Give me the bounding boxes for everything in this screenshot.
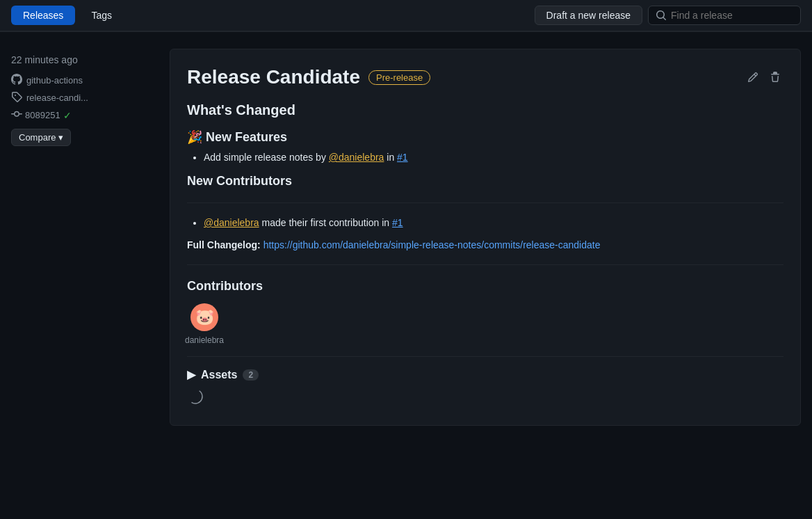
whats-changed-heading: What's Changed [187, 102, 783, 118]
find-release-search[interactable] [648, 6, 801, 25]
assets-count-badge: 2 [243, 369, 259, 381]
pre-release-badge: Pre-release [368, 70, 430, 85]
tab-tags[interactable]: Tags [79, 6, 124, 25]
feature-text-before: Add simple release notes by [204, 152, 329, 163]
full-changelog-row: Full Changelog: https://github.com/danie… [187, 239, 783, 250]
release-card: Release Candidate Pre-release What's Cha… [170, 49, 801, 426]
commit-hash-value: 8089251 [25, 110, 60, 120]
tag-item: release-candi... [11, 91, 164, 104]
divider-contributors [187, 202, 783, 203]
compare-button[interactable]: Compare ▾ [11, 129, 71, 146]
tab-releases[interactable]: Releases [11, 6, 75, 25]
contributor-text: made their first contribution in [259, 217, 392, 228]
pr-link-1-feature[interactable]: #1 [397, 152, 408, 163]
trash-icon [770, 72, 781, 83]
assets-chevron-icon: ▶ [187, 368, 195, 381]
draft-release-button[interactable]: Draft a new release [535, 6, 642, 25]
new-features-list: Add simple release notes by @danielebra … [204, 152, 783, 163]
contributor-avatar-container: 🐷 danielebra [187, 303, 222, 345]
release-title: Release Candidate [187, 66, 360, 88]
feature-text-middle: in [384, 152, 397, 163]
tag-icon [11, 91, 22, 104]
top-navigation-bar: Releases Tags Draft a new release [0, 0, 812, 31]
avatar-emoji: 🐷 [195, 308, 214, 326]
commit-icon [11, 109, 22, 122]
delete-release-button[interactable] [767, 69, 783, 86]
list-item: @danielebra made their first contributio… [204, 217, 783, 228]
new-contributors-list: @danielebra made their first contributio… [204, 217, 783, 228]
commit-hash-row: 8089251 ✓ [11, 109, 164, 122]
assets-section: ▶ Assets 2 [187, 356, 783, 408]
contributors-heading: Contributors [187, 279, 783, 294]
card-actions [745, 69, 783, 86]
assets-heading-label: Assets [201, 369, 237, 381]
card-header: Release Candidate Pre-release [187, 66, 783, 88]
top-bar-actions: Draft a new release [535, 6, 801, 25]
pencil-icon [747, 72, 758, 83]
assets-loading-spinner [187, 388, 783, 408]
commit-status-check: ✓ [63, 110, 72, 121]
main-layout: 22 minutes ago github-actions release-ca… [0, 32, 812, 442]
full-changelog-label: Full Changelog: [187, 239, 261, 250]
new-features-heading: 🎉 New Features [187, 129, 783, 145]
github-actions-label: github-actions [26, 75, 83, 86]
release-title-row: Release Candidate Pre-release [187, 66, 430, 88]
full-changelog-link[interactable]: https://github.com/danielebra/simple-rel… [263, 239, 601, 250]
release-timestamp: 22 minutes ago [11, 54, 164, 65]
chevron-down-icon: ▾ [58, 132, 63, 143]
mention-danielebra-feature[interactable]: @danielebra [329, 152, 384, 163]
edit-release-button[interactable] [745, 69, 761, 86]
new-contributors-heading: New Contributors [187, 174, 783, 189]
github-actions-item: github-actions [11, 74, 164, 87]
contributors-section: Contributors 🐷 danielebra [187, 264, 783, 345]
compare-button-row: Compare ▾ [11, 129, 164, 146]
contributor-username: danielebra [185, 335, 224, 345]
pr-link-1-contributor[interactable]: #1 [392, 217, 403, 228]
search-input[interactable] [671, 10, 793, 21]
search-icon [656, 10, 667, 21]
mention-danielebra-contributor[interactable]: @danielebra [204, 217, 259, 228]
release-sidebar: 22 minutes ago github-actions release-ca… [11, 49, 164, 426]
compare-label: Compare [19, 132, 56, 143]
svg-point-0 [188, 390, 202, 404]
tag-label: release-candi... [26, 93, 88, 103]
avatar: 🐷 [190, 303, 218, 331]
tab-group: Releases Tags [11, 6, 529, 25]
github-icon [11, 74, 22, 87]
list-item: Add simple release notes by @danielebra … [204, 152, 783, 163]
assets-toggle[interactable]: ▶ Assets 2 [187, 368, 783, 381]
